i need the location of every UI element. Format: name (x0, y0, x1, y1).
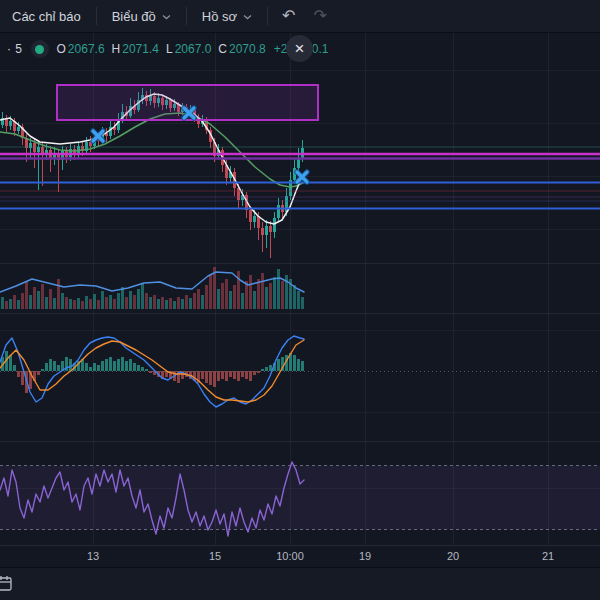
volume-pane (0, 267, 304, 309)
ohlc-low-value: 2067.0 (175, 42, 212, 56)
top-toolbar: Các chỉ báo Biểu đồ Hồ sơ ↶ ↷ (0, 0, 600, 33)
indicators-button[interactable]: Các chỉ báo (2, 3, 91, 29)
calendar-button[interactable] (0, 574, 13, 595)
ohlc-high-label: H (112, 42, 121, 56)
profile-menu-button[interactable]: Hồ sơ (192, 3, 262, 29)
ohlc-low: L2067.0 (166, 42, 211, 56)
ohlc-high: H2071.4 (112, 42, 159, 56)
trading-app-window: Các chỉ báo Biểu đồ Hồ sơ ↶ ↷ · 5 O2067.… (0, 0, 600, 600)
time-axis-label: 21 (542, 550, 554, 562)
ohlc-low-label: L (166, 42, 173, 56)
undo-button[interactable]: ↶ (273, 8, 304, 24)
chevron-down-icon (162, 14, 171, 20)
time-axis-label: 19 (359, 550, 371, 562)
oscillator-pane (0, 462, 600, 536)
ohlc-values: O2067.6H2071.4L2067.0C2070.8 (57, 42, 266, 56)
indicators-label: Các chỉ báo (12, 9, 81, 24)
profile-menu-label: Hồ sơ (202, 9, 237, 24)
timeframe-label: · 5 (7, 42, 23, 56)
status-dot-icon (35, 45, 44, 54)
time-axis-label: 20 (447, 550, 459, 562)
time-axis-label: 13 (87, 550, 99, 562)
close-icon[interactable]: × (286, 35, 313, 62)
ohlc-open: O2067.6 (57, 42, 105, 56)
chart-drawings[interactable] (0, 85, 600, 209)
ohlc-close-label: C (218, 42, 227, 56)
redo-button[interactable]: ↷ (304, 8, 335, 24)
chart-canvas[interactable] (0, 0, 600, 600)
ohlc-high-value: 2071.4 (122, 42, 159, 56)
bottom-bar (0, 567, 600, 600)
time-axis-label: 15 (209, 550, 221, 562)
time-axis-label: 10:00 (276, 550, 304, 562)
toolbar-divider (267, 7, 268, 25)
market-status-button[interactable] (31, 40, 49, 58)
chart-menu-button[interactable]: Biểu đồ (102, 3, 181, 29)
symbol-legend: · 5 O2067.6H2071.4L2067.0C2070.8 +2.0 (+… (7, 40, 328, 58)
ohlc-open-value: 2067.6 (68, 42, 105, 56)
ohlc-close-value: 2070.8 (229, 42, 266, 56)
chart-menu-label: Biểu đồ (112, 9, 156, 24)
ohlc-close: C2070.8 (218, 42, 265, 56)
ohlc-open-label: O (57, 42, 66, 56)
time-axis[interactable]: 131510:00192021 (0, 545, 600, 568)
chevron-down-icon (243, 14, 252, 20)
toolbar-divider (186, 7, 187, 25)
macd-pane (0, 336, 600, 407)
toolbar-divider (96, 7, 97, 25)
calendar-icon (0, 574, 13, 592)
